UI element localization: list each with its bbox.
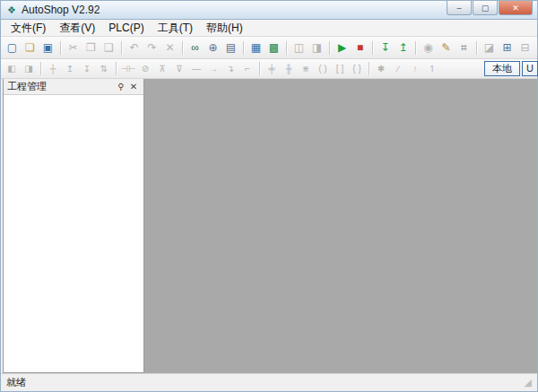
menubar: 文件(F)查看(V)PLC(P)工具(T)帮助(H) <box>1 20 537 37</box>
separator <box>415 41 416 55</box>
local-mode-button[interactable]: 本地 <box>484 61 520 76</box>
arrow-up-button: ↑ <box>407 62 423 76</box>
download-button[interactable]: ↧ <box>377 39 394 56</box>
option-a-button: ◪ <box>481 39 498 56</box>
redo-button: ↷ <box>143 39 161 56</box>
instruction-view-button[interactable]: ▩ <box>265 39 282 56</box>
separator <box>372 41 373 55</box>
app-icon: ❖ <box>5 4 18 16</box>
window-tile-button: ◫ <box>291 39 308 56</box>
ladder-view-button[interactable]: ▦ <box>247 39 265 56</box>
contact-falling-button: ⊽ <box>171 62 187 76</box>
arrow-right-button: → <box>205 62 221 76</box>
delete-button: ✕ <box>161 39 178 56</box>
option-b-button[interactable]: ⊞ <box>499 39 516 56</box>
h-line-button: — <box>188 62 204 76</box>
star-button: ✱ <box>373 62 389 76</box>
separator <box>40 62 41 75</box>
caption-buttons: – ▢ ✕ <box>447 1 533 15</box>
menu-tools[interactable]: 工具(T) <box>152 20 199 37</box>
network-delete-button: ◨ <box>21 62 37 76</box>
app-window: ❖ AutoShop V2.92 – ▢ ✕ 文件(F)查看(V)PLC(P)工… <box>0 0 538 392</box>
stop-button[interactable]: ■ <box>351 39 369 56</box>
separator <box>116 62 117 75</box>
network-add-button: ◧ <box>4 62 20 76</box>
star-contact-button: ⋇ <box>298 62 314 76</box>
titlebar: ❖ AutoShop V2.92 – ▢ ✕ <box>1 1 537 20</box>
menu-help[interactable]: 帮助(H) <box>200 20 249 37</box>
monitor-button: ◉ <box>420 39 437 56</box>
coil-button: ( ) <box>315 62 331 76</box>
project-panel-header: 工程管理 ⚲ ✕ <box>4 79 143 95</box>
bracket-button: [ ] <box>332 62 348 76</box>
minimize-button[interactable]: – <box>447 1 472 15</box>
contact-nc-button: ⊘ <box>137 62 153 76</box>
save-button[interactable]: ▣ <box>39 39 56 56</box>
maximize-button[interactable]: ▢ <box>473 1 498 15</box>
upload-button[interactable]: ↥ <box>395 39 412 56</box>
separator <box>369 62 369 75</box>
project-tree-area[interactable] <box>4 95 143 372</box>
zoom-button[interactable]: ⊕ <box>204 39 221 56</box>
line-down-button: ↧ <box>79 62 95 76</box>
open-project-button[interactable]: ❏ <box>22 39 39 56</box>
content-area: 工程管理 ⚲ ✕ <box>1 79 537 373</box>
close-panel-icon[interactable]: ✕ <box>127 81 140 93</box>
cut-button: ✂ <box>65 39 82 56</box>
usb-mode-button-partial[interactable]: U <box>522 61 538 76</box>
separator <box>476 41 477 55</box>
separator <box>121 41 122 55</box>
run-button[interactable]: ▶ <box>334 39 351 56</box>
workspace <box>144 79 537 373</box>
window-cascade-button: ◨ <box>308 39 325 56</box>
project-panel: 工程管理 ⚲ ✕ <box>3 79 144 373</box>
copy-button: ❐ <box>82 39 100 56</box>
separator <box>243 41 244 55</box>
compare-b-button: ╫ <box>281 62 297 76</box>
menu-view[interactable]: 查看(V) <box>53 20 101 37</box>
status-text: 就绪 <box>6 376 26 389</box>
contact-no-button: ⊣⊢ <box>120 62 136 76</box>
project-panel-title: 工程管理 <box>7 80 115 93</box>
separator <box>60 41 61 55</box>
statusbar: 就绪 ◢ <box>1 373 537 391</box>
separator <box>329 41 330 55</box>
compare-a-button: ╪ <box>264 62 280 76</box>
menu-file[interactable]: 文件(F) <box>4 20 52 37</box>
pin-icon[interactable]: ⚲ <box>115 81 127 93</box>
toolbar-ladder: ◧◨┼↥↧⇅⊣⊢⊘⊼⊽—→↴⌐╪╫⋇( )[ ]{ }✱∕↑↿ 本地 U <box>1 59 537 79</box>
corner-up-button: ⌐ <box>239 62 256 76</box>
edit-tool-button[interactable]: ✎ <box>438 39 455 56</box>
window-title: AutoShop V2.92 <box>22 4 100 16</box>
paste-button: ❑ <box>100 39 117 56</box>
menu-plc[interactable]: PLC(P) <box>102 21 150 35</box>
arrow-up2-button: ↿ <box>424 62 440 76</box>
corner-down-button: ↴ <box>222 62 239 76</box>
print-button[interactable]: ▤ <box>222 39 239 56</box>
undo-button: ↶ <box>126 39 143 56</box>
check-button[interactable]: ⌗ <box>456 39 473 56</box>
new-file-button[interactable]: ▢ <box>4 39 21 56</box>
menu-items: 文件(F)查看(V)PLC(P)工具(T)帮助(H) <box>4 20 249 37</box>
contact-rising-button: ⊼ <box>154 62 170 76</box>
connection-mode-group: 本地 U <box>484 61 534 76</box>
resize-grip[interactable]: ◢ <box>525 378 532 388</box>
find-button[interactable]: ∞ <box>187 39 204 56</box>
separator <box>286 41 287 55</box>
line-updown-button: ⇅ <box>96 62 112 76</box>
separator <box>259 62 260 75</box>
toolbar-main: ▢❏▣✂❐❑↶↷✕∞⊕▤▦▩◫◨▶■↧↥◉✎⌗◪⊞⊟ <box>1 37 537 59</box>
close-button[interactable]: ✕ <box>499 1 533 15</box>
separator <box>182 41 183 55</box>
brace-button: { } <box>349 62 365 76</box>
cross-line-button: ┼ <box>45 62 61 76</box>
option-c-button: ⊟ <box>516 39 534 56</box>
slash-button: ∕ <box>390 62 406 76</box>
line-up-button: ↥ <box>62 62 78 76</box>
